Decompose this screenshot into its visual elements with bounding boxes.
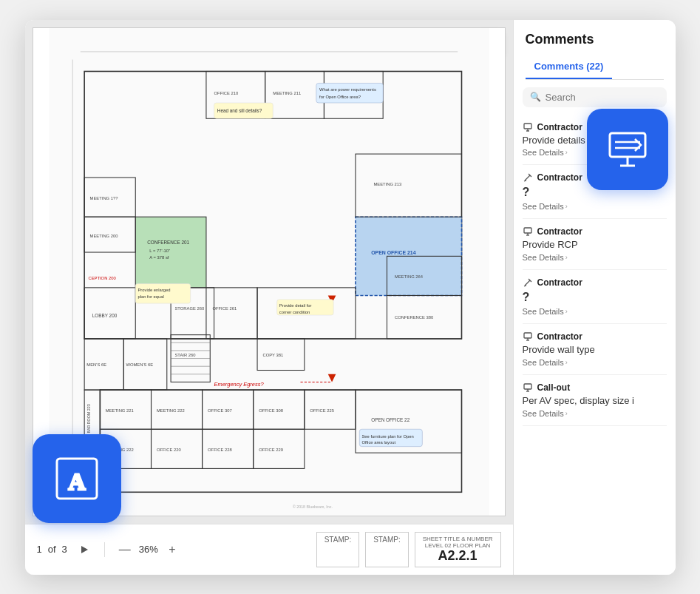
svg-text:CONFERENCE 201: CONFERENCE 201 xyxy=(147,240,189,245)
comment-author-row: Contractor xyxy=(523,277,667,288)
svg-text:COPY 381: COPY 381 xyxy=(262,353,283,357)
svg-line-102 xyxy=(524,180,526,181)
svg-text:OPEN OFFICE 214: OPEN OFFICE 214 xyxy=(371,250,415,255)
search-input[interactable] xyxy=(546,92,670,103)
svg-text:CEPTION 200: CEPTION 200 xyxy=(88,276,116,280)
see-details-link[interactable]: See Details › xyxy=(523,358,667,367)
svg-text:CONFERENCE 380: CONFERENCE 380 xyxy=(395,315,434,320)
svg-text:OFFICE 229: OFFICE 229 xyxy=(259,448,283,452)
svg-rect-97 xyxy=(524,124,531,129)
app-container: LOBBY 200 CONFERENCE 201 L = 77'-10" A =… xyxy=(25,20,676,575)
comment-text: Provide RCP xyxy=(523,239,667,252)
comment-text: Provide wall type xyxy=(523,344,667,357)
svg-text:Head and sill details?: Head and sill details? xyxy=(217,107,262,112)
zoom-controls: — 36% + xyxy=(117,541,180,558)
svg-line-108 xyxy=(524,286,526,286)
comment-author-row: Call-out xyxy=(523,382,667,393)
comment-item: Call-out Per AV spec, display size i See… xyxy=(523,375,667,426)
see-details-link[interactable]: See Details › xyxy=(523,307,667,316)
page-total: 3 xyxy=(62,544,67,555)
chevron-right-icon: › xyxy=(565,410,568,417)
svg-text:BAR ROOM 223: BAR ROOM 223 xyxy=(86,404,90,433)
svg-text:STAIR 260: STAIR 260 xyxy=(174,353,196,357)
svg-rect-112 xyxy=(524,384,531,389)
pencil-icon xyxy=(523,277,533,288)
svg-text:OFFICE 210: OFFICE 210 xyxy=(214,91,238,95)
see-details-link[interactable]: See Details › xyxy=(523,202,667,211)
comment-item: Contractor Provide wall type See Details… xyxy=(523,324,667,375)
stamp-box-1: STAMP: xyxy=(316,532,359,567)
search-bar: 🔍 xyxy=(523,87,667,107)
floor-plan-panel: LOBBY 200 CONFERENCE 201 L = 77'-10" A =… xyxy=(25,20,513,575)
svg-text:L = 77'-10": L = 77'-10" xyxy=(149,249,170,253)
svg-text:OFFICE 307: OFFICE 307 xyxy=(208,408,232,412)
svg-text:plan for equal: plan for equal xyxy=(137,294,163,298)
svg-text:WOMEN'S 6E: WOMEN'S 6E xyxy=(126,362,153,367)
play-button[interactable] xyxy=(76,541,92,558)
svg-text:Provide enlarged: Provide enlarged xyxy=(137,288,170,292)
search-icon: 🔍 xyxy=(530,92,541,102)
chevron-right-icon: › xyxy=(565,203,568,210)
author-name: Contractor xyxy=(537,226,582,237)
zoom-plus-button[interactable]: + xyxy=(164,541,180,558)
author-name: Contractor xyxy=(537,277,582,288)
pencil-icon xyxy=(523,172,533,183)
svg-text:MEETING 221: MEETING 221 xyxy=(105,408,133,412)
comments-title: Comments xyxy=(526,32,664,47)
stamp-area: STAMP: STAMP: SHEET TITLE & NUMBER LEVEL… xyxy=(316,532,501,567)
svg-rect-103 xyxy=(524,228,531,233)
svg-text:corner condition: corner condition xyxy=(279,309,309,314)
comments-tabs: Comments (22) xyxy=(526,55,664,80)
svg-rect-10 xyxy=(135,217,206,288)
sheet-number: A2.2.1 xyxy=(423,549,493,564)
page-indicator: 1 of 3 xyxy=(37,544,67,555)
see-details-link[interactable]: See Details › xyxy=(523,409,667,418)
svg-text:Provide detail for: Provide detail for xyxy=(279,303,311,308)
comments-header: Comments Comments (22) xyxy=(514,20,676,80)
page-current: 1 xyxy=(37,544,42,555)
svg-text:Office area layout: Office area layout xyxy=(361,440,395,445)
svg-text:MEETING 211: MEETING 211 xyxy=(273,91,301,95)
svg-text:STORAGE 260: STORAGE 260 xyxy=(174,306,204,310)
comment-text: Per AV spec, display size i xyxy=(523,395,667,408)
svg-text:for Open Office area?: for Open Office area? xyxy=(319,94,361,98)
presentation-badge xyxy=(587,109,668,190)
svg-text:MEETING 222: MEETING 222 xyxy=(156,408,184,412)
svg-text:Emergency Egress?: Emergency Egress? xyxy=(214,380,264,387)
svg-rect-80 xyxy=(316,83,382,103)
svg-text:OFFICE 308: OFFICE 308 xyxy=(259,408,283,412)
svg-text:OFFICE 220: OFFICE 220 xyxy=(156,448,180,452)
svg-line-100 xyxy=(525,175,530,180)
see-details-link[interactable]: See Details › xyxy=(523,253,667,262)
svg-text:LOBBY 200: LOBBY 200 xyxy=(92,313,117,318)
svg-text:A: A xyxy=(68,468,85,495)
chevron-right-icon: › xyxy=(565,308,568,315)
svg-text:OFFICE 228: OFFICE 228 xyxy=(208,448,232,452)
svg-rect-109 xyxy=(524,333,531,338)
divider xyxy=(104,542,105,557)
comment-text: ? xyxy=(523,290,667,306)
svg-text:OFFICE 261: OFFICE 261 xyxy=(212,306,237,310)
comment-item: Contractor ? See Details › xyxy=(523,270,667,324)
comment-author-row: Contractor xyxy=(523,226,667,237)
bottom-toolbar: 1 of 3 — 36% + STAMP: xyxy=(25,524,513,575)
svg-line-106 xyxy=(525,280,530,286)
tab-comments[interactable]: Comments (22) xyxy=(526,55,613,79)
comment-item: Contractor Provide RCP See Details › xyxy=(523,219,667,270)
svg-text:© 2018 Bluebeam, Inc.: © 2018 Bluebeam, Inc. xyxy=(292,504,332,508)
chevron-right-icon: › xyxy=(565,254,568,261)
svg-text:What are power requirements: What are power requirements xyxy=(319,87,376,92)
svg-text:OPEN OFFICE 22: OPEN OFFICE 22 xyxy=(371,416,410,422)
callout-icon xyxy=(523,382,533,393)
monitor-icon xyxy=(523,226,533,237)
svg-text:MEETING 200: MEETING 200 xyxy=(89,233,118,237)
svg-text:OFFICE 225: OFFICE 225 xyxy=(310,408,334,412)
zoom-level: 36% xyxy=(139,544,158,555)
stamp-box-2: STAMP: xyxy=(365,532,408,567)
svg-text:MEETING 1??: MEETING 1?? xyxy=(89,195,118,200)
sheet-title: SHEET TITLE & NUMBER LEVEL 02 FLOOR PLAN xyxy=(423,536,493,549)
svg-text:See furniture plan for Open: See furniture plan for Open xyxy=(361,433,413,438)
zoom-minus-button[interactable]: — xyxy=(117,541,133,558)
author-name: Contractor xyxy=(537,331,582,342)
monitor-icon xyxy=(523,122,533,132)
